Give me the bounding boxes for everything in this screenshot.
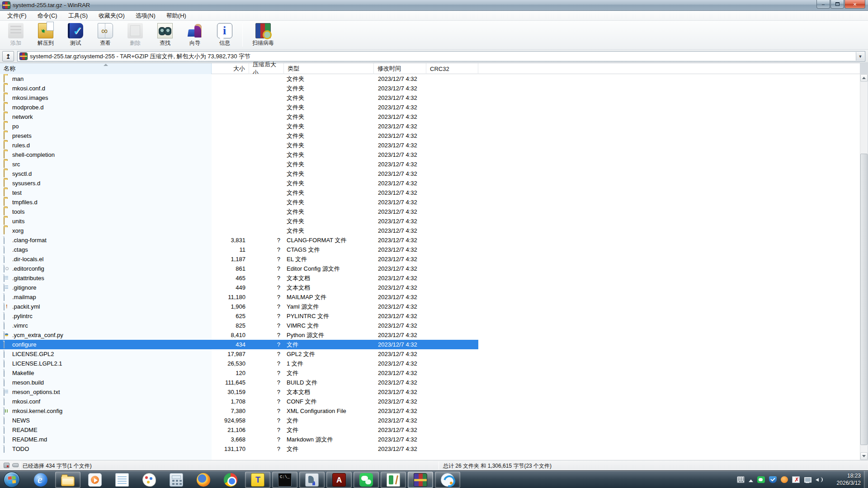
table-row[interactable]: modprobe.d文件夹2023/12/7 4:32	[0, 103, 860, 112]
tray-up-icon[interactable]	[749, 479, 753, 482]
taskbar-button-notes-editor[interactable]	[381, 472, 406, 488]
menu-item-1[interactable]: 命令(C)	[32, 11, 63, 21]
table-row[interactable]: .ycm_extra_conf.py8,410?Python 源文件2023/1…	[0, 330, 860, 340]
minimize-button[interactable]: –	[816, 0, 830, 9]
toolbar-button-extract[interactable]: 解压到	[31, 21, 61, 49]
menu-item-5[interactable]: 帮助(H)	[161, 11, 192, 21]
menu-item-0[interactable]: 文件(F)	[2, 11, 32, 21]
taskbar-button-internet-explorer[interactable]	[28, 472, 53, 488]
column-header-类型[interactable]: 类型	[284, 63, 374, 74]
table-row[interactable]: mkosi.kernel.config7,380?XML Configurati…	[0, 406, 860, 416]
column-header-CRC32[interactable]: CRC32	[426, 63, 478, 74]
tray-wechat-icon[interactable]	[757, 476, 765, 483]
taskbar-button-acrobat-reader[interactable]	[326, 472, 352, 488]
taskbar-button-notepad[interactable]	[109, 472, 135, 488]
table-row[interactable]: shell-completion文件夹2023/12/7 4:32	[0, 150, 860, 160]
table-row[interactable]: .editorconfig861?Editor Config 源文件2023/1…	[0, 264, 860, 273]
menu-item-3[interactable]: 收藏夹(O)	[93, 11, 130, 21]
table-row[interactable]: man文件夹2023/12/7 4:32	[0, 74, 860, 84]
file-type: Python 源文件	[287, 330, 324, 340]
tray-speaker-icon[interactable]	[816, 476, 823, 483]
table-row[interactable]: .dir-locals.el1,187?EL 文件2023/12/7 4:32	[0, 254, 860, 264]
table-row[interactable]: xorg文件夹2023/12/7 4:32	[0, 226, 860, 235]
table-row[interactable]: sysusers.d文件夹2023/12/7 4:32	[0, 178, 860, 188]
up-one-level-button[interactable]: ↥	[2, 51, 14, 61]
file-name: sysusers.d	[12, 178, 40, 188]
taskbar-button-wechat[interactable]	[354, 472, 379, 488]
table-row[interactable]: .mailmap11,180?MAILMAP 文件2023/12/7 4:32	[0, 292, 860, 302]
table-row[interactable]: rules.d文件夹2023/12/7 4:32	[0, 141, 860, 150]
table-row[interactable]: src文件夹2023/12/7 4:32	[0, 160, 860, 169]
tray-shield-icon[interactable]	[769, 476, 777, 483]
taskbar-button-paint[interactable]	[137, 472, 162, 488]
disk-icon[interactable]	[4, 463, 9, 468]
start-button[interactable]	[4, 472, 20, 488]
table-row[interactable]: .gitignore449?文本文档2023/12/7 4:32	[0, 283, 860, 292]
scrollbar-thumb[interactable]	[860, 154, 868, 445]
maximize-button[interactable]	[830, 0, 844, 9]
table-row[interactable]: units文件夹2023/12/7 4:32	[0, 216, 860, 226]
table-row[interactable]: .pylintrc625?PYLINTRC 文件2023/12/7 4:32	[0, 311, 860, 321]
toolbar-button-find[interactable]: 查找	[150, 21, 180, 49]
close-button[interactable]: ×	[844, 0, 865, 9]
taskbar-button-media-player[interactable]	[82, 472, 108, 488]
table-row[interactable]: .ctags11?CTAGS 文件2023/12/7 4:32	[0, 245, 860, 254]
taskbar-button-qq[interactable]	[435, 472, 460, 488]
taskbar-button-typora[interactable]	[245, 472, 270, 488]
taskbar-clock[interactable]: 18:23 2026/3/12	[837, 472, 861, 487]
table-row[interactable]: README.md3,668?Markdown 源文件2023/12/7 4:3…	[0, 435, 860, 444]
table-row[interactable]: sysctl.d文件夹2023/12/7 4:32	[0, 169, 860, 178]
tray-doc-x-icon[interactable]	[792, 476, 800, 483]
column-header-压缩后大小[interactable]: 压缩后大小	[249, 63, 284, 74]
winrar-app-icon[interactable]	[3, 2, 10, 9]
scroll-up-button[interactable]	[860, 74, 868, 82]
table-row[interactable]: .clang-format3,831?CLANG-FORMAT 文件2023/1…	[0, 235, 860, 245]
table-row[interactable]: meson.build111,645?BUILD 文件2023/12/7 4:3…	[0, 378, 860, 387]
table-row[interactable]: network文件夹2023/12/7 4:32	[0, 112, 860, 122]
table-row[interactable]: mkosi.conf1,708?CONF 文件2023/12/7 4:32	[0, 397, 860, 406]
table-row[interactable]: README21,106?文件2023/12/7 4:32	[0, 425, 860, 435]
show-desktop-button[interactable]	[864, 471, 868, 488]
table-row[interactable]: .packit.yml1,906?Yaml 源文件2023/12/7 4:32	[0, 302, 860, 311]
table-row[interactable]: LICENSE.LGPL2.126,530?1 文件2023/12/7 4:32	[0, 359, 860, 368]
taskbar-button-calculator[interactable]	[164, 472, 189, 488]
column-header-大小[interactable]: 大小	[212, 63, 249, 74]
tray-keyboard-icon[interactable]	[737, 476, 745, 483]
table-row[interactable]: meson_options.txt30,159?文本文档2023/12/7 4:…	[0, 387, 860, 397]
table-row[interactable]: .gitattributes465?文本文档2023/12/7 4:32	[0, 273, 860, 283]
scroll-down-button[interactable]	[860, 452, 868, 460]
table-row[interactable]: presets文件夹2023/12/7 4:32	[0, 131, 860, 141]
menu-item-4[interactable]: 选项(N)	[130, 11, 161, 21]
table-row[interactable]: Makefile120?文件2023/12/7 4:32	[0, 368, 860, 378]
taskbar-button-git-gui[interactable]	[299, 472, 325, 488]
table-row[interactable]: NEWS924,958?文件2023/12/7 4:32	[0, 416, 860, 425]
toolbar-button-test[interactable]: 测试	[61, 21, 90, 49]
table-row[interactable]: po文件夹2023/12/7 4:32	[0, 122, 860, 131]
table-row[interactable]: TODO131,170?文件2023/12/7 4:32	[0, 444, 860, 454]
taskbar-button-windows-explorer[interactable]	[55, 472, 80, 488]
table-row[interactable]: mkosi.conf.d文件夹2023/12/7 4:32	[0, 84, 860, 93]
vertical-scrollbar[interactable]	[860, 74, 868, 460]
table-row[interactable]: tmpfiles.d文件夹2023/12/7 4:32	[0, 197, 860, 207]
table-row[interactable]: .vimrc825?VIMRC 文件2023/12/7 4:32	[0, 321, 860, 330]
table-row[interactable]: tools文件夹2023/12/7 4:32	[0, 207, 860, 216]
table-row[interactable]: configure434?文件2023/12/7 4:32	[0, 340, 860, 349]
toolbar-button-scan[interactable]: 扫描病毒	[245, 21, 281, 49]
taskbar-button-command-prompt[interactable]	[272, 472, 297, 488]
tray-net-icon[interactable]	[804, 476, 811, 483]
menu-item-2[interactable]: 工具(S)	[63, 11, 93, 21]
taskbar-button-firefox[interactable]	[191, 472, 216, 488]
taskbar-button-chrome[interactable]	[218, 472, 243, 488]
combobox-dropdown-arrow[interactable]: ▼	[856, 52, 864, 61]
table-row[interactable]: LICENSE.GPL217,987?GPL2 文件2023/12/7 4:32	[0, 349, 860, 359]
toolbar-button-wizard[interactable]: 向导	[180, 21, 210, 49]
toolbar-button-info[interactable]: 信息	[210, 21, 240, 49]
tray-fox-icon[interactable]	[781, 476, 788, 483]
archive-path-combobox[interactable]: systemd-255.tar.gz\systemd-255 - TAR+GZI…	[17, 51, 865, 61]
table-row[interactable]: test文件夹2023/12/7 4:32	[0, 188, 860, 197]
taskbar-button-winrar[interactable]	[408, 472, 433, 488]
toolbar-button-view[interactable]: 查看	[90, 21, 120, 49]
column-header-修改时间[interactable]: 修改时间	[374, 63, 426, 74]
table-row[interactable]: mkosi.images文件夹2023/12/7 4:32	[0, 93, 860, 103]
key-icon[interactable]	[12, 463, 19, 467]
